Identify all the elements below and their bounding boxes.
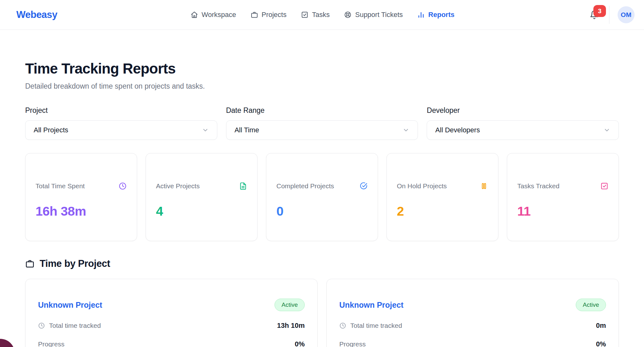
filter-date-range: Date Range All Time xyxy=(226,106,418,140)
progress-label: Progress xyxy=(38,340,64,347)
project-card: Unknown Project Active Total time tracke… xyxy=(326,279,619,347)
nav-label: Tasks xyxy=(312,11,330,19)
nav-item-projects[interactable]: Projects xyxy=(251,11,286,19)
stat-card-tasks-tracked: Tasks Tracked 11 xyxy=(507,153,619,241)
page-title: Time Tracking Reports xyxy=(25,60,619,77)
nav-item-tasks[interactable]: Tasks xyxy=(301,11,330,19)
time-tracked-value: 0m xyxy=(596,322,606,330)
chevron-down-icon xyxy=(402,127,409,134)
stat-label: On Hold Projects xyxy=(397,182,447,190)
projects-grid: Unknown Project Active Total time tracke… xyxy=(25,279,619,347)
notifications-button[interactable]: 3 xyxy=(588,8,601,21)
time-tracked-label: Total time tracked xyxy=(49,322,101,329)
status-badge: Active xyxy=(576,299,606,311)
file-text-icon xyxy=(239,182,247,190)
date-range-select-value: All Time xyxy=(235,126,259,134)
time-tracked-value: 13h 10m xyxy=(277,322,305,330)
developer-select-value: All Developers xyxy=(435,126,480,134)
check-square-icon xyxy=(600,182,608,190)
stat-label: Total Time Spent xyxy=(36,182,85,190)
developer-select[interactable]: All Developers xyxy=(427,120,619,140)
nav-item-support-tickets[interactable]: Support Tickets xyxy=(344,11,403,19)
stat-card-active-projects: Active Projects 4 xyxy=(146,153,258,241)
date-range-select[interactable]: All Time xyxy=(226,120,418,140)
progress-value: 0% xyxy=(295,340,305,347)
stat-label: Active Projects xyxy=(156,182,200,190)
chevron-down-icon xyxy=(603,127,610,134)
section-title: Time by Project xyxy=(40,258,110,269)
pause-icon xyxy=(480,182,488,190)
stat-card-completed-projects: Completed Projects 0 xyxy=(266,153,378,241)
stat-value: 0 xyxy=(276,204,368,219)
nav-label: Support Tickets xyxy=(355,11,403,19)
stats-row: Total Time Spent 16h 38m Active Projects… xyxy=(25,153,619,241)
header-divider xyxy=(609,6,609,24)
briefcase-icon xyxy=(25,259,35,268)
stat-label: Tasks Tracked xyxy=(517,182,559,190)
main-nav: Workspace Projects Tasks Support Tickets… xyxy=(191,11,454,19)
project-name-link[interactable]: Unknown Project xyxy=(38,300,102,310)
user-avatar[interactable]: OM xyxy=(618,6,635,23)
stat-card-on-hold-projects: On Hold Projects 2 xyxy=(386,153,498,241)
stat-label: Completed Projects xyxy=(276,182,334,190)
nav-label: Projects xyxy=(262,11,286,19)
project-card: Unknown Project Active Total time tracke… xyxy=(25,279,318,347)
app-logo[interactable]: Webeasy xyxy=(16,9,57,20)
filter-project: Project All Projects xyxy=(25,106,217,140)
page-subtitle: Detailed breakdown of time spent on proj… xyxy=(25,82,619,91)
time-tracked-label: Total time tracked xyxy=(350,322,402,329)
check-square-icon xyxy=(301,11,308,19)
nav-item-workspace[interactable]: Workspace xyxy=(191,11,236,19)
bar-chart-icon xyxy=(417,11,425,19)
filter-developer: Developer All Developers xyxy=(427,106,619,140)
nav-label: Workspace xyxy=(202,11,236,19)
time-by-project-header: Time by Project xyxy=(25,258,619,269)
home-icon xyxy=(191,11,198,19)
check-circle-icon xyxy=(359,182,368,190)
nav-item-reports[interactable]: Reports xyxy=(417,11,454,19)
clock-icon xyxy=(119,182,127,190)
filter-developer-label: Developer xyxy=(427,106,619,115)
status-badge: Active xyxy=(275,299,305,311)
stat-value: 2 xyxy=(397,204,488,219)
clock-icon xyxy=(38,322,45,329)
top-navigation-bar: Webeasy Workspace Projects Tasks Support… xyxy=(0,0,644,30)
progress-value: 0% xyxy=(596,340,606,347)
project-name-link[interactable]: Unknown Project xyxy=(339,300,403,310)
top-right-controls: 3 OM xyxy=(588,6,635,24)
briefcase-icon xyxy=(251,11,258,19)
notification-count-badge: 3 xyxy=(593,5,606,17)
clock-icon xyxy=(339,322,346,329)
stat-value: 11 xyxy=(517,204,608,219)
progress-label: Progress xyxy=(339,340,366,347)
project-select[interactable]: All Projects xyxy=(25,120,217,140)
project-select-value: All Projects xyxy=(34,126,68,134)
stat-card-total-time-spent: Total Time Spent 16h 38m xyxy=(25,153,137,241)
stat-value: 16h 38m xyxy=(36,204,127,219)
stat-value: 4 xyxy=(156,204,247,219)
main-content: Time Tracking Reports Detailed breakdown… xyxy=(0,60,644,347)
life-buoy-icon xyxy=(344,11,352,19)
chevron-down-icon xyxy=(202,127,209,134)
filters-row: Project All Projects Date Range All Time… xyxy=(25,106,619,140)
filter-date-range-label: Date Range xyxy=(226,106,418,115)
nav-label: Reports xyxy=(428,11,454,19)
filter-project-label: Project xyxy=(25,106,217,115)
